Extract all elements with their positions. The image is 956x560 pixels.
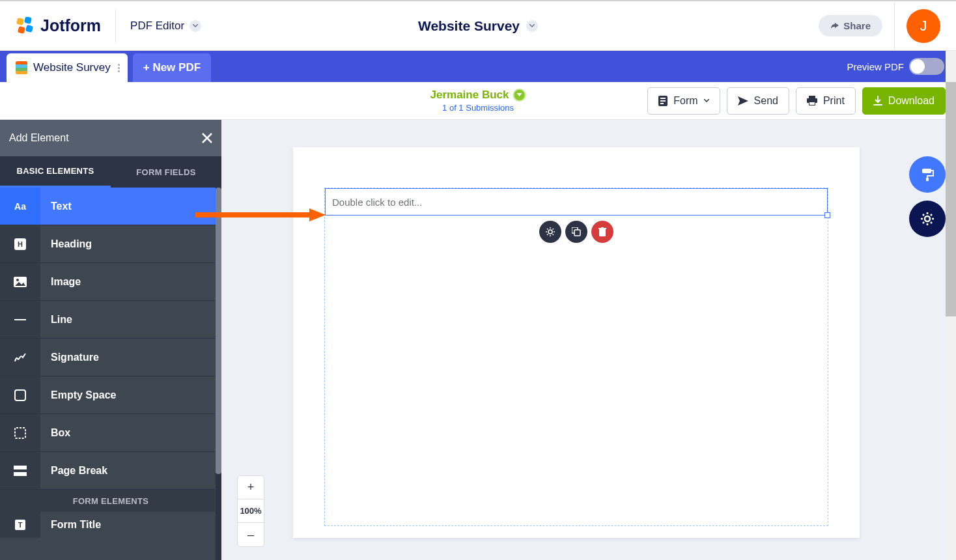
sidebar-title: Add Element: [9, 132, 69, 144]
form-icon: [658, 96, 668, 106]
element-form-title[interactable]: T Form Title: [0, 512, 221, 538]
svg-rect-30: [926, 178, 929, 181]
preview-pdf-toggle[interactable]: Preview PDF: [847, 58, 944, 75]
svg-marker-33: [309, 208, 326, 221]
element-signature[interactable]: Signature: [0, 339, 221, 376]
element-toolbar: [325, 221, 828, 243]
form-label: Form: [673, 95, 697, 107]
paint-roller-icon: [920, 167, 935, 182]
tab-basic-elements[interactable]: BASIC ELEMENTS: [0, 156, 111, 188]
form-title-icon: T: [0, 512, 40, 538]
element-duplicate-button[interactable]: [565, 221, 587, 243]
document-tabbar: Website Survey + New PDF Preview PDF: [0, 51, 956, 82]
elements-list: Aa Text H Heading Image Line Signature: [0, 188, 221, 560]
page-scrollbar[interactable]: [946, 51, 956, 560]
svg-text:T: T: [18, 521, 23, 529]
svg-rect-2: [18, 25, 25, 33]
editor-dropdown[interactable]: PDF Editor: [130, 20, 201, 33]
element-label: Empty Space: [40, 389, 116, 401]
tab-form-fields[interactable]: FORM FIELDS: [111, 156, 221, 188]
element-page-break[interactable]: Page Break: [0, 452, 221, 490]
share-button[interactable]: Share: [819, 15, 882, 36]
form-dropdown-button[interactable]: Form: [647, 87, 720, 115]
form-icon: [16, 61, 27, 74]
element-label: Signature: [40, 352, 99, 363]
svg-rect-17: [15, 390, 25, 400]
main-area: Add Element BASIC ELEMENTS FORM FIELDS A…: [0, 120, 956, 560]
sidebar-header: Add Element: [0, 120, 221, 156]
resize-handle[interactable]: [824, 212, 830, 218]
toggle-switch[interactable]: [909, 58, 944, 75]
svg-rect-26: [599, 229, 606, 236]
zoom-control: + 100% –: [237, 475, 264, 547]
settings-button[interactable]: [909, 201, 946, 237]
element-text[interactable]: Aa Text: [0, 188, 221, 225]
brand-logo[interactable]: Jotform: [16, 16, 101, 35]
zoom-in-button[interactable]: +: [238, 476, 264, 499]
element-label: Form Title: [40, 519, 101, 531]
send-button[interactable]: Send: [727, 87, 789, 115]
send-icon: [738, 96, 748, 105]
toolbar: Jermaine Buck 1 of 1 Submissions Form Se…: [0, 82, 956, 120]
image-icon: [0, 263, 40, 300]
trash-icon: [598, 227, 606, 236]
share-label: Share: [843, 20, 871, 31]
gear-icon: [545, 227, 555, 237]
text-element[interactable]: Double click to edit...: [325, 188, 828, 216]
svg-rect-20: [14, 472, 27, 476]
header-right: Share J: [819, 1, 940, 51]
svg-rect-11: [809, 102, 815, 105]
element-delete-button[interactable]: [591, 221, 613, 243]
annotation-arrow: [195, 208, 326, 221]
user-avatar[interactable]: J: [907, 9, 940, 43]
download-button[interactable]: Download: [862, 87, 946, 115]
element-settings-button[interactable]: [539, 221, 561, 243]
element-heading[interactable]: H Heading: [0, 225, 221, 263]
svg-rect-18: [15, 428, 25, 438]
svg-rect-5: [660, 98, 666, 99]
pdf-page[interactable]: Double click to edit...: [293, 147, 860, 538]
sidebar-tabs: BASIC ELEMENTS FORM FIELDS: [0, 156, 221, 188]
editor-label: PDF Editor: [130, 20, 184, 33]
vertical-divider: [894, 1, 895, 51]
document-title-dropdown[interactable]: Website Survey: [418, 18, 538, 34]
kebab-menu-icon[interactable]: [117, 63, 121, 74]
svg-rect-29: [922, 169, 931, 173]
svg-rect-19: [14, 466, 27, 469]
document-title: Website Survey: [418, 18, 520, 34]
element-label: Line: [40, 314, 72, 326]
toolbar-actions: Form Send Print Download: [647, 87, 946, 115]
submission-count: 1 of 1 Submissions: [430, 103, 526, 113]
sidebar-scrollbar[interactable]: [216, 188, 221, 560]
avatar-initial: J: [920, 18, 927, 35]
element-empty-space[interactable]: Empty Space: [0, 376, 221, 414]
preview-label: Preview PDF: [847, 61, 904, 72]
element-image[interactable]: Image: [0, 263, 221, 301]
svg-rect-0: [16, 17, 24, 25]
scrollbar-thumb[interactable]: [946, 82, 956, 316]
print-button[interactable]: Print: [796, 87, 856, 115]
svg-point-23: [548, 230, 552, 234]
empty-space-icon: [0, 376, 40, 413]
add-element-sidebar: Add Element BASIC ELEMENTS FORM FIELDS A…: [0, 120, 221, 560]
svg-rect-28: [601, 227, 604, 229]
share-arrow-icon: [830, 22, 839, 30]
new-pdf-button[interactable]: + New PDF: [133, 53, 211, 82]
svg-text:H: H: [18, 240, 23, 248]
chevron-down-circle-icon[interactable]: [513, 89, 526, 102]
svg-rect-7: [660, 103, 664, 104]
submission-nav[interactable]: Jermaine Buck 1 of 1 Submissions: [430, 89, 526, 113]
element-line[interactable]: Line: [0, 301, 221, 339]
svg-rect-16: [14, 319, 26, 320]
zoom-out-button[interactable]: –: [238, 523, 264, 546]
paint-roller-button[interactable]: [909, 156, 946, 193]
copy-icon: [572, 227, 581, 236]
scrollbar-thumb[interactable]: [216, 188, 221, 474]
document-tab[interactable]: Website Survey: [7, 53, 128, 82]
svg-point-31: [925, 216, 930, 221]
svg-rect-1: [24, 17, 32, 24]
side-actions: [909, 156, 946, 237]
element-label: Box: [40, 427, 70, 439]
close-icon[interactable]: [202, 133, 212, 143]
element-box[interactable]: Box: [0, 414, 221, 452]
